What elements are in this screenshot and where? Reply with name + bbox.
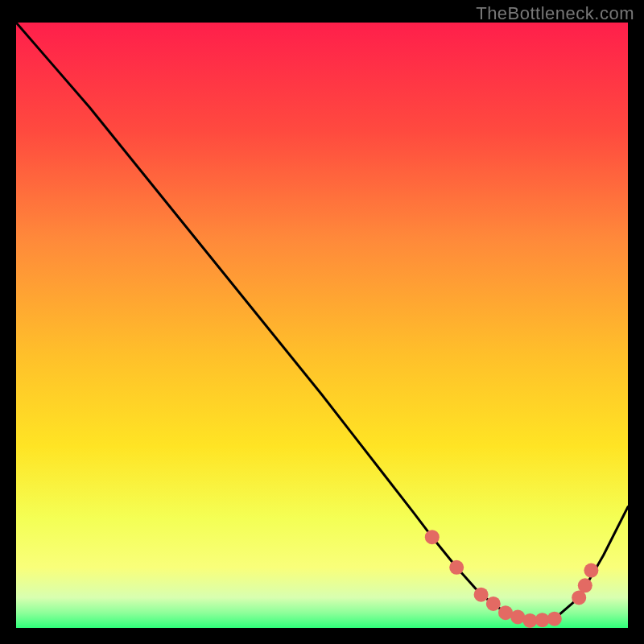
curve-layer bbox=[16, 23, 628, 628]
watermark-text: TheBottleneck.com bbox=[476, 3, 634, 24]
plot-area bbox=[16, 23, 628, 628]
chart-frame: TheBottleneck.com bbox=[0, 0, 644, 644]
